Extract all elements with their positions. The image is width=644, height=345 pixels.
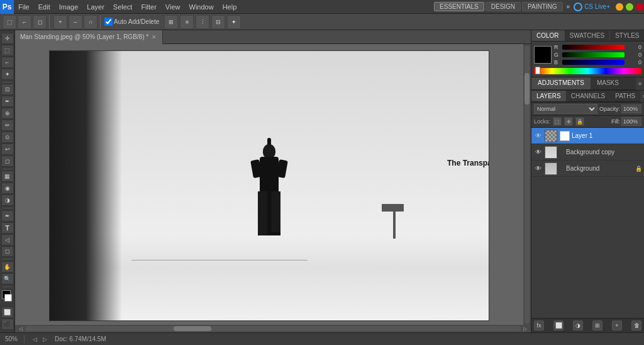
eraser-tool[interactable]: ◻ bbox=[1, 156, 14, 167]
menu-select[interactable]: Select bbox=[109, 2, 137, 12]
scroll-left-btn[interactable]: ◁ bbox=[16, 325, 25, 332]
bgcopy-visibility[interactable]: 👁 bbox=[534, 148, 543, 157]
gradient-tool[interactable]: ▦ bbox=[1, 171, 14, 182]
blur-tool[interactable]: ◉ bbox=[1, 183, 14, 194]
close-btn[interactable] bbox=[636, 3, 643, 11]
align-btn[interactable]: ≡ bbox=[180, 15, 194, 29]
layer-styles-btn[interactable]: fx bbox=[534, 320, 544, 331]
adjustments-tab[interactable]: ADJUSTMENTS bbox=[531, 77, 591, 89]
vscroll-track[interactable] bbox=[525, 45, 530, 324]
add-tool-btn[interactable]: + bbox=[53, 15, 67, 29]
background-color[interactable] bbox=[4, 294, 12, 302]
polygon-tool-btn[interactable]: ◻ bbox=[33, 15, 47, 29]
dodge-tool[interactable]: ◑ bbox=[1, 195, 14, 206]
swatches-tab[interactable]: SWATCHES bbox=[565, 30, 611, 41]
layer-group-btn[interactable]: ⊞ bbox=[592, 320, 602, 331]
canvas-vscroll[interactable] bbox=[523, 44, 531, 325]
layer1-visibility[interactable]: 👁 bbox=[534, 132, 543, 140]
layer-row-bg-copy[interactable]: 👁 Background copy bbox=[531, 144, 644, 161]
menu-file[interactable]: File bbox=[14, 2, 34, 12]
layer-mask-btn[interactable]: ⬜ bbox=[553, 320, 564, 331]
paths-tab[interactable]: PATHS bbox=[610, 91, 640, 101]
menu-help[interactable]: Help bbox=[218, 2, 242, 12]
tab-close-btn[interactable]: ✕ bbox=[151, 34, 157, 40]
quick-mask-btn[interactable]: ⬜ bbox=[1, 307, 14, 318]
zoom-tool[interactable]: 🔍 bbox=[1, 273, 14, 285]
marquee-tool-btn[interactable]: ⬚ bbox=[3, 15, 16, 29]
intersect-tool-btn[interactable]: ∩ bbox=[84, 15, 97, 29]
channels-tab[interactable]: CHANNELS bbox=[566, 91, 610, 101]
lock-pixels-btn[interactable]: ⬚ bbox=[553, 117, 562, 126]
lock-position-btn[interactable]: ✛ bbox=[564, 117, 573, 126]
history-tool[interactable]: ↩ bbox=[1, 144, 14, 155]
path-btn[interactable]: ✦ bbox=[227, 15, 241, 29]
clone-tool[interactable]: ⊙ bbox=[1, 132, 14, 143]
lock-all-btn[interactable]: 🔒 bbox=[575, 117, 584, 126]
red-slider[interactable] bbox=[562, 45, 625, 50]
menu-edit[interactable]: Edit bbox=[34, 2, 55, 12]
path-select-tool[interactable]: ◁ bbox=[1, 234, 14, 246]
menu-layer[interactable]: Layer bbox=[82, 2, 109, 12]
nav-prev-btn[interactable]: ◁ bbox=[31, 336, 38, 343]
distribute-btn[interactable]: ⋮ bbox=[196, 15, 209, 29]
adjustment-layer-btn[interactable]: ◑ bbox=[573, 320, 583, 331]
lasso-tool-btn[interactable]: ⌐ bbox=[18, 15, 31, 29]
layer-row-layer1[interactable]: 👁 Layer 1 bbox=[531, 128, 644, 144]
document-tab[interactable]: Man Standing.jpeg @ 50% (Layer 1, RGB/8)… bbox=[15, 30, 163, 44]
spot-heal-tool[interactable]: ⊕ bbox=[1, 108, 14, 119]
marquee-tool[interactable]: ⬚ bbox=[1, 45, 14, 56]
delete-layer-btn[interactable]: 🗑 bbox=[631, 320, 641, 331]
main-color-swatch[interactable] bbox=[534, 46, 552, 64]
move-tool[interactable]: ✛ bbox=[1, 33, 14, 44]
adj-panel-options[interactable]: ≡ bbox=[636, 79, 644, 89]
essentials-btn[interactable]: ESSENTIALS bbox=[434, 2, 484, 11]
crop-tool[interactable]: ⊡ bbox=[1, 84, 14, 95]
sub-tool-btn[interactable]: – bbox=[69, 15, 82, 29]
arrange-btn[interactable]: ⊟ bbox=[211, 15, 225, 29]
green-slider[interactable] bbox=[562, 52, 625, 57]
nav-next-btn[interactable]: ▷ bbox=[41, 336, 48, 343]
wand-tool[interactable]: ✦ bbox=[1, 69, 14, 80]
design-btn[interactable]: DESIGN bbox=[486, 2, 521, 11]
layer-row-background[interactable]: 👁 Background 🔒 bbox=[531, 161, 644, 177]
hscroll-track[interactable] bbox=[25, 326, 521, 331]
auto-add-checkbox[interactable] bbox=[104, 18, 113, 26]
vscroll-thumb[interactable] bbox=[525, 73, 530, 105]
fill-input[interactable] bbox=[621, 117, 641, 126]
maximize-btn[interactable] bbox=[626, 3, 633, 11]
cs-live-btn[interactable]: CS Live+ bbox=[574, 3, 610, 11]
transform-btn[interactable]: ⊞ bbox=[164, 15, 178, 29]
spectrum-thumb[interactable] bbox=[535, 67, 540, 74]
hscroll-thumb[interactable] bbox=[174, 326, 211, 331]
type-tool[interactable]: T bbox=[1, 222, 14, 234]
shape-tool[interactable]: ◻ bbox=[1, 246, 14, 257]
minimize-btn[interactable] bbox=[616, 3, 623, 11]
styles-tab[interactable]: STYLES bbox=[610, 30, 644, 41]
layers-tab[interactable]: LAYERS bbox=[531, 91, 566, 101]
canvas-hscroll[interactable]: ◁ ▷ bbox=[15, 325, 531, 332]
hand-tool[interactable]: ✋ bbox=[1, 261, 14, 273]
eyedropper-tool[interactable]: ✒ bbox=[1, 96, 14, 107]
screen-mode-btn[interactable]: ⬛ bbox=[1, 319, 14, 330]
blue-slider[interactable] bbox=[562, 60, 625, 65]
new-layer-btn[interactable]: + bbox=[612, 320, 622, 331]
menu-filter[interactable]: Filter bbox=[136, 2, 160, 12]
auto-add-check[interactable]: Auto Add/Delete bbox=[104, 18, 159, 26]
menu-image[interactable]: Image bbox=[55, 2, 83, 12]
color-spectrum[interactable] bbox=[534, 68, 641, 74]
color-tab[interactable]: COLOR bbox=[531, 30, 565, 41]
expand-icon[interactable]: » bbox=[564, 3, 573, 10]
painting-btn[interactable]: PAINTING bbox=[522, 2, 562, 11]
opacity-input[interactable] bbox=[621, 105, 641, 113]
blend-mode-select[interactable]: Normal bbox=[534, 104, 597, 114]
menu-window[interactable]: Window bbox=[185, 2, 218, 12]
color-swatches[interactable] bbox=[1, 290, 14, 303]
layers-panel-options[interactable]: ≡ bbox=[640, 91, 644, 101]
scroll-right-btn[interactable]: ▷ bbox=[521, 325, 530, 332]
lasso-tool[interactable]: ⌐ bbox=[1, 57, 14, 68]
menu-view[interactable]: View bbox=[161, 2, 185, 12]
bg-visibility[interactable]: 👁 bbox=[534, 164, 543, 173]
pen-tool[interactable]: ✒ bbox=[1, 210, 14, 222]
masks-tab[interactable]: MASKS bbox=[591, 77, 625, 89]
brush-tool[interactable]: ✏ bbox=[1, 120, 14, 131]
